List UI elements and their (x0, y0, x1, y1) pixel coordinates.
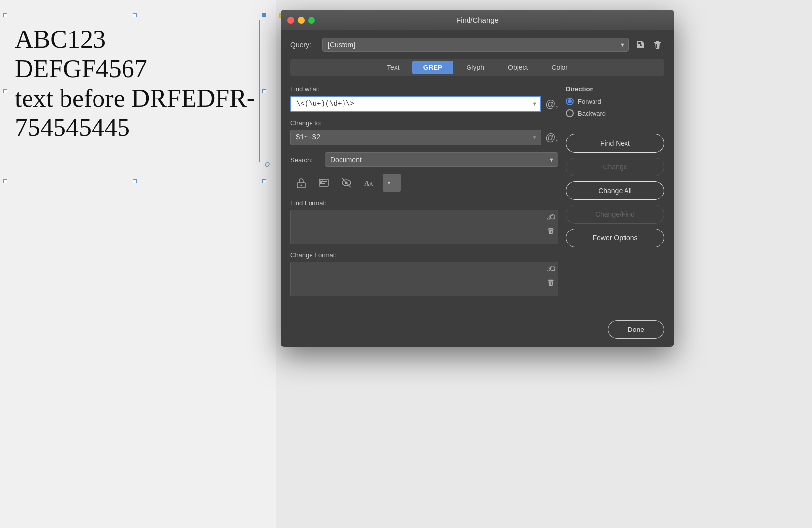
handle-mr[interactable] (262, 89, 266, 93)
handle-ml[interactable] (3, 89, 7, 93)
handle-tr[interactable] (262, 13, 266, 17)
find-format-label: Find Format: (290, 199, 558, 207)
tabs-row: Text GREP Glyph Object Color (290, 59, 664, 76)
handle-br[interactable] (262, 179, 266, 183)
hidden-layers-svg (341, 177, 352, 189)
find-format-clear-icon[interactable] (546, 227, 555, 237)
query-label: Query: (290, 41, 317, 49)
trash-icon (653, 40, 662, 50)
svg-rect-5 (320, 181, 322, 184)
lock-layers-svg (295, 177, 307, 189)
search-label: Search: (290, 156, 320, 164)
find-format-group: Find Format: 𝒯 (290, 199, 558, 244)
change-to-wrapper: ▼ (290, 130, 541, 145)
tab-glyph[interactable]: Glyph (455, 61, 495, 74)
change-find-button[interactable]: Change/Find (566, 205, 664, 224)
text-line-1: ABC123 (15, 25, 255, 54)
toolbar-icons (634, 38, 664, 52)
fewer-options-button[interactable]: Fewer Options (566, 229, 664, 247)
locked-stories-icon[interactable] (315, 174, 333, 192)
canvas-text: ABC123 DEFGF4567 text before DRFEDFR- 75… (15, 25, 255, 142)
search-select[interactable]: Document (325, 152, 558, 167)
hidden-layers-icon[interactable] (338, 174, 355, 192)
tab-object[interactable]: Object (497, 61, 538, 74)
traffic-lights (287, 17, 315, 24)
svg-point-1 (301, 185, 302, 186)
svg-rect-4 (322, 183, 325, 184)
tab-text[interactable]: Text (376, 61, 410, 74)
whole-word-icon[interactable]: ≡ (383, 174, 401, 192)
direction-title: Direction (566, 85, 664, 93)
search-change-icon: 𝒯 (546, 264, 555, 273)
maximize-button[interactable] (308, 17, 315, 24)
change-to-input[interactable] (290, 130, 541, 145)
case-sensitive-icon[interactable]: A A (360, 174, 378, 192)
find-what-wrapper: ▼ (290, 96, 541, 112)
change-to-label: Change to: (290, 119, 558, 127)
dialog-title: Find/Change (456, 16, 499, 24)
done-button[interactable]: Done (608, 320, 664, 339)
whole-word-svg: ≡ (386, 177, 398, 189)
locked-layers-icon[interactable] (292, 174, 310, 192)
text-line-3: text before DRFEDFR- (15, 84, 255, 113)
handle-tl[interactable] (3, 13, 7, 17)
find-at-symbol[interactable]: @, (545, 99, 558, 110)
handle-bc[interactable] (133, 179, 137, 183)
search-select-wrapper: Document ▼ (325, 152, 558, 167)
text-line-4: 754545445 (15, 113, 255, 142)
find-change-dialog: Find/Change Query: [Custom] ▼ (281, 10, 674, 347)
find-format-box-wrapper: 𝒯 (290, 210, 558, 244)
tab-color[interactable]: Color (540, 61, 578, 74)
query-row: Query: [Custom] ▼ (290, 38, 664, 52)
dialog-body: Query: [Custom] ▼ (281, 30, 674, 313)
change-format-search-icon[interactable]: 𝒯 (546, 264, 555, 275)
change-all-button[interactable]: Change All (566, 181, 664, 200)
find-what-label: Find what: (290, 85, 558, 93)
forward-radio-dot (568, 99, 572, 103)
done-row: Done (281, 313, 674, 347)
query-select[interactable]: [Custom] (322, 38, 629, 52)
backward-radio[interactable] (566, 109, 574, 117)
query-select-wrapper: [Custom] ▼ (322, 38, 629, 52)
find-what-input[interactable] (290, 96, 541, 112)
find-format-icons: 𝒯 (546, 213, 555, 237)
text-frame[interactable]: ABC123 DEFGF4567 text before DRFEDFR- 75… (15, 25, 255, 142)
direction-section: Direction Forward Backward (566, 85, 664, 121)
find-what-input-row: ▼ @, (290, 96, 558, 112)
svg-point-14 (550, 215, 555, 219)
delete-query-button[interactable] (651, 38, 664, 52)
change-format-group: Change Format: 𝒯 (290, 251, 558, 296)
save-query-button[interactable] (634, 38, 648, 52)
find-format-search-icon[interactable]: 𝒯 (546, 213, 555, 224)
change-format-clear-icon[interactable] (546, 278, 555, 289)
change-button[interactable]: Change (566, 158, 664, 176)
search-row: Search: Document ▼ (290, 152, 558, 167)
find-next-button[interactable]: Find Next (566, 134, 664, 153)
main-content: Find what: ▼ @, Change to: (290, 85, 664, 303)
canvas-area: ABC123 DEFGF4567 text before DRFEDFR- 75… (0, 0, 276, 528)
search-format-icon: 𝒯 (546, 213, 555, 222)
thread-icon: o (265, 159, 270, 169)
minimize-button[interactable] (298, 17, 305, 24)
direction-backward-option[interactable]: Backward (566, 109, 664, 117)
option-icons-row: A A ≡ (290, 174, 558, 192)
svg-line-18 (554, 270, 555, 271)
handle-tc[interactable] (133, 13, 137, 17)
change-format-box (290, 262, 558, 296)
tab-grep[interactable]: GREP (412, 61, 454, 74)
svg-text:𝒯: 𝒯 (547, 266, 553, 273)
forward-radio[interactable] (566, 98, 574, 105)
text-line-2: DEFGF4567 (15, 54, 255, 84)
handle-bl[interactable] (3, 179, 7, 183)
change-at-symbol[interactable]: @, (545, 132, 558, 143)
svg-text:𝒯: 𝒯 (547, 214, 553, 221)
close-button[interactable] (287, 17, 294, 24)
case-sensitive-svg: A A (363, 177, 375, 189)
svg-line-15 (554, 219, 555, 220)
svg-text:A: A (369, 181, 373, 187)
direction-forward-option[interactable]: Forward (566, 98, 664, 105)
svg-point-17 (550, 266, 555, 271)
locked-stories-svg (318, 177, 330, 189)
left-panel: Find what: ▼ @, Change to: (290, 85, 558, 303)
change-format-icons: 𝒯 (546, 264, 555, 289)
